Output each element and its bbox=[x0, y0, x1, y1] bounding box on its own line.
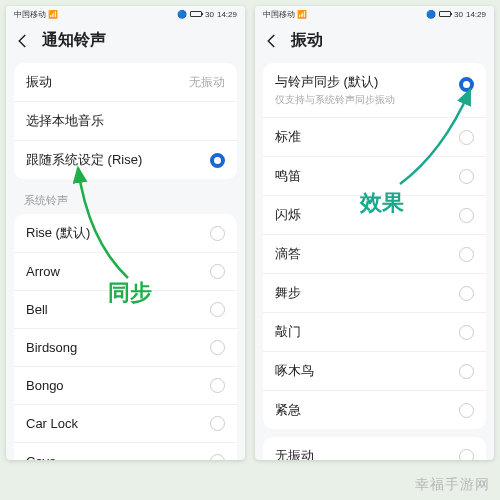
vibration-row[interactable]: 振动 无振动 bbox=[14, 63, 237, 102]
radio-icon bbox=[210, 378, 225, 393]
header: 振动 bbox=[255, 22, 494, 59]
sync-sublabel: 仅支持与系统铃声同步振动 bbox=[275, 93, 395, 107]
status-bar: 中国移动📶 🔵3014:29 bbox=[255, 6, 494, 22]
page-title: 振动 bbox=[291, 30, 323, 51]
ringtone-label: Car Lock bbox=[26, 416, 78, 431]
radio-icon bbox=[459, 286, 474, 301]
radio-icon bbox=[210, 340, 225, 355]
radio-icon bbox=[459, 169, 474, 184]
radio-selected-icon bbox=[210, 153, 225, 168]
pattern-row[interactable]: 紧急 bbox=[263, 391, 486, 429]
pattern-row[interactable]: 啄木鸟 bbox=[263, 352, 486, 391]
sync-label: 与铃声同步 (默认) bbox=[275, 73, 395, 91]
ringtone-row[interactable]: Car Lock bbox=[14, 405, 237, 443]
local-music-label: 选择本地音乐 bbox=[26, 112, 104, 130]
ringtone-label: Bell bbox=[26, 302, 48, 317]
follow-system-label: 跟随系统设定 (Rise) bbox=[26, 151, 142, 169]
vibration-label: 振动 bbox=[26, 73, 52, 91]
ringtone-row[interactable]: Rise (默认) bbox=[14, 214, 237, 253]
pattern-row[interactable]: 舞步 bbox=[263, 274, 486, 313]
clock: 14:29 bbox=[217, 10, 237, 19]
ringtone-label: Rise (默认) bbox=[26, 224, 90, 242]
radio-selected-icon bbox=[459, 77, 474, 92]
ringtone-label: Cave bbox=[26, 454, 56, 460]
radio-icon bbox=[210, 226, 225, 241]
top-card: 振动 无振动 选择本地音乐 跟随系统设定 (Rise) bbox=[14, 63, 237, 179]
radio-icon bbox=[459, 449, 474, 461]
pattern-row[interactable]: 滴答 bbox=[263, 235, 486, 274]
carrier-label: 中国移动 bbox=[263, 9, 295, 20]
clock: 14:29 bbox=[466, 10, 486, 19]
pattern-row[interactable]: 敲门 bbox=[263, 313, 486, 352]
pattern-label: 鸣笛 bbox=[275, 167, 301, 185]
ringtone-row[interactable]: Cave bbox=[14, 443, 237, 460]
radio-icon bbox=[459, 247, 474, 262]
pattern-label: 闪烁 bbox=[275, 206, 301, 224]
battery-pct: 30 bbox=[454, 10, 463, 19]
back-icon[interactable] bbox=[14, 32, 32, 50]
ringtone-label: Birdsong bbox=[26, 340, 77, 355]
battery-icon bbox=[439, 11, 451, 17]
pattern-row[interactable]: 鸣笛 bbox=[263, 157, 486, 196]
back-icon[interactable] bbox=[263, 32, 281, 50]
status-bar: 中国移动📶 🔵3014:29 bbox=[6, 6, 245, 22]
content-scroll: 振动 无振动 选择本地音乐 跟随系统设定 (Rise) 系统铃声 Rise (默… bbox=[6, 59, 245, 460]
radio-icon bbox=[459, 364, 474, 379]
pattern-label: 紧急 bbox=[275, 401, 301, 419]
header: 通知铃声 bbox=[6, 22, 245, 59]
no-vibration-row[interactable]: 无振动 bbox=[263, 437, 486, 460]
ringtone-list: Rise (默认)ArrowBellBirdsongBongoCar LockC… bbox=[14, 214, 237, 460]
radio-icon bbox=[459, 130, 474, 145]
pattern-row[interactable]: 标准 bbox=[263, 118, 486, 157]
pattern-label: 敲门 bbox=[275, 323, 301, 341]
ringtone-row[interactable]: Bongo bbox=[14, 367, 237, 405]
pattern-label: 舞步 bbox=[275, 284, 301, 302]
page-title: 通知铃声 bbox=[42, 30, 106, 51]
ringtone-label: Arrow bbox=[26, 264, 60, 279]
pattern-label: 啄木鸟 bbox=[275, 362, 314, 380]
screenshot-stage: 中国移动📶 🔵3014:29 通知铃声 振动 无振动 选择本地音乐 跟随系统设定… bbox=[0, 0, 500, 500]
phone-right: 中国移动📶 🔵3014:29 振动 与铃声同步 (默认) 仅支持与系统铃声同步振… bbox=[255, 6, 494, 460]
battery-icon bbox=[190, 11, 202, 17]
sync-row[interactable]: 与铃声同步 (默认) 仅支持与系统铃声同步振动 bbox=[263, 63, 486, 118]
radio-icon bbox=[459, 325, 474, 340]
none-card: 无振动 bbox=[263, 437, 486, 460]
radio-icon bbox=[210, 416, 225, 431]
no-vibration-label: 无振动 bbox=[275, 447, 314, 460]
carrier-label: 中国移动 bbox=[14, 9, 46, 20]
battery-pct: 30 bbox=[205, 10, 214, 19]
ringtone-label: Bongo bbox=[26, 378, 64, 393]
pattern-label: 标准 bbox=[275, 128, 301, 146]
ringtone-row[interactable]: Birdsong bbox=[14, 329, 237, 367]
content-scroll: 与铃声同步 (默认) 仅支持与系统铃声同步振动 标准鸣笛闪烁滴答舞步敲门啄木鸟紧… bbox=[255, 59, 494, 460]
ringtone-row[interactable]: Bell bbox=[14, 291, 237, 329]
radio-icon bbox=[210, 302, 225, 317]
pattern-row[interactable]: 闪烁 bbox=[263, 196, 486, 235]
sync-card: 与铃声同步 (默认) 仅支持与系统铃声同步振动 标准鸣笛闪烁滴答舞步敲门啄木鸟紧… bbox=[263, 63, 486, 429]
radio-icon bbox=[210, 454, 225, 460]
pattern-label: 滴答 bbox=[275, 245, 301, 263]
radio-icon bbox=[459, 208, 474, 223]
vibration-value: 无振动 bbox=[189, 74, 225, 91]
section-label: 系统铃声 bbox=[6, 187, 245, 210]
phone-left: 中国移动📶 🔵3014:29 通知铃声 振动 无振动 选择本地音乐 跟随系统设定… bbox=[6, 6, 245, 460]
radio-icon bbox=[210, 264, 225, 279]
ringtone-row[interactable]: Arrow bbox=[14, 253, 237, 291]
watermark: 幸福手游网 bbox=[415, 476, 490, 494]
follow-system-row[interactable]: 跟随系统设定 (Rise) bbox=[14, 141, 237, 179]
local-music-row[interactable]: 选择本地音乐 bbox=[14, 102, 237, 141]
radio-icon bbox=[459, 403, 474, 418]
